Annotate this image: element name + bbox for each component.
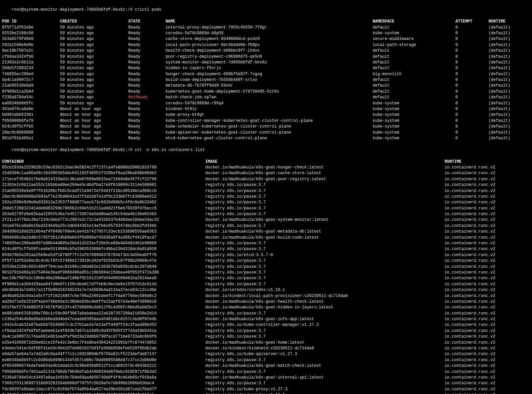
table-cell: cf6daa3424fb6 [2,54,60,60]
header-created: CREATED [60,19,128,24]
table-row: 292a1596e9d9e9e032612e23537f680077aacb73… [2,200,530,205]
table-cell: ef654906674bdafeb034a4b1ddab2c3c90e838d0… [2,363,205,369]
table-row: ea6034bb6b5fc59 minutes agoReadycoredns-… [2,101,530,106]
table-row: f4c99297a9dabc1dacc071c0169ef074a05b4da6… [2,387,530,392]
table-cell: 59 minutes ago [60,95,128,100]
table-cell: (default) [488,31,530,36]
table-cell: 15d8398c1aa86a68c1043063d5ddc641193f4055… [2,170,205,176]
table-cell: io.containerd.runc.v2 [445,322,530,328]
table-cell: io.containerd.runc.v2 [445,211,530,217]
table-cell: default [373,89,456,95]
table-row: 981d701b466a1b75464e3badf9866496a051c18b… [2,270,530,276]
table-cell: ad28d71e5b2518f4ab474bbb5e2c38b6e93bc9e6… [2,299,205,305]
table-cell: registry.k8s.io/pause:3.7 [205,328,445,334]
table-cell: (default) [488,106,530,112]
table-row: 824cd9f5cffb5About an hour agoReadykube-… [2,124,530,130]
table-cell: io.containerd.runc.v2 [445,206,530,211]
table-cell: 0 [456,54,489,60]
table-row: ea6034bb6b5fc2c0d86db89901434fd57cd08c78… [2,357,530,363]
table-cell: 0 [456,130,489,136]
table-cell: Ready [128,60,166,65]
table-cell: Ready [128,124,166,130]
table-cell: 59 minutes ago [60,25,128,31]
table-cell: 746855ec290ede897a98b44d005e2bb41d322acf… [2,241,205,246]
table-cell: io.containerd.runc.v2 [445,357,530,363]
table-cell: (default) [488,124,530,130]
table-cell: (default) [488,77,530,83]
table-cell: ea6034bb6b5fc2c0d86db89901434fd57cd08c78… [2,357,205,363]
table-cell: Ready [128,77,166,83]
table-row: a640a852dc04ale5cf71f28216867c6e799a2269… [2,293,530,299]
table-cell: docker.io/madhuakula/k8s-goat-batch-chec… [205,363,445,369]
table-row: 746855ec290ede897a98b44d005e2bb41d322acf… [2,241,530,246]
table-cell: Ready [128,83,166,89]
table-cell: (default) [488,118,530,124]
table-cell: docker.io/madhuakula/k8s-goat-system-mon… [205,217,445,223]
table-cell: registry.k8s.io/kube-controller-manager:… [205,322,445,328]
command-line-2: root@system-monitor-deployment-7d665b6fd… [2,141,530,159]
table-cell: 2b3a8279fd9e02baa3295fb36a7e45173367da5d… [2,211,205,217]
containers-table: CONTAINER IMAGE RUNTIME 05cb193da1529628… [2,159,530,394]
table-row: 28ec9c0b69098a5603af7e235d0641e37f3d1b07… [2,194,530,200]
table-cell: a0c86db3a7d4817a11f5b90d18248243a7e7e556… [2,287,205,293]
table-cell: 59 minutes ago [60,36,128,42]
table-row: ad28d71e5b2518f4ab474bbb5e2c38b6e93bc9e6… [2,299,530,305]
table-row: 2f21c14770dc20a7219c8eb4772c2987e2c72c1e… [2,217,530,223]
table-cell: kube-system [373,112,456,118]
table-row: 9ac10b7507e2c19b0c40a288daaf1d6bf9219121… [2,276,530,281]
table-row: ef654906674bdafeb034a4b1ddab2c3c90e838d0… [2,363,530,369]
table-cell: (default) [488,36,530,42]
table-cell: secure-middleware [373,36,456,42]
table-cell: b51f8ef27646003f874576f6622fc45700909a3d… [2,305,205,310]
table-cell: kindnet-6t6lz [166,106,373,112]
table-cell: (default) [488,83,530,89]
table-cell: 21392e2c6b12aa552c1b5bbad0ee294ee5cdbdfb… [2,182,205,188]
table-cell: docker.io/kindest/local-path-provisioner… [205,293,445,299]
table-row: 28ec9c0b69098About an hour agoReadykube-… [2,130,530,136]
table-cell: cache-store-deployment-8549686dcd-pzdz9 [166,36,373,42]
table-cell: io.containerd.runc.v2 [445,311,530,316]
table-cell: io.containerd.runc.v2 [445,392,530,394]
pods-table-header: POD ID CREATED STATE NAME NAMESPACE ATTE… [2,19,530,24]
header-namespace: NAMESPACE [373,19,456,24]
table-cell: e6da57ae84a7a7dd2a0c9aa94f77c1c1691900db… [2,351,205,357]
table-cell: 9253be2186c083c896f764ceac81b96ccb0dd62e… [2,264,205,270]
table-cell: 59 minutes ago [60,77,128,83]
table-cell: (default) [488,112,530,118]
table-row: f238a8784e54c59 minutes agoNotReadybatch… [2,95,530,100]
table-cell: Ready [128,106,166,112]
table-cell: io.containerd.runc.v2 [445,217,530,223]
table-row: bb991dbb53381About an hour agoReadykube-… [2,112,530,118]
table-cell: 9ac10b7507e2c19b0c40a288daaf1d6bf9219121… [2,276,205,281]
table-cell: io.containerd.runc.v2 [445,194,530,200]
table-cell: kube-scheduler-kubernetes-goat-cluster-c… [166,124,373,130]
table-cell: (default) [488,65,530,71]
table-cell: hunger-check-deployment-689bf5d97f-7xgxg [166,71,373,77]
table-cell: (default) [488,89,530,95]
table-cell: Ready [128,25,166,31]
table-row: fc29450e616363ec6ca4094616c36dd124289e1f… [2,392,530,394]
table-cell: io.containerd.runc.v2 [445,264,530,270]
table-cell: 2b0d1f2603234 [2,65,60,71]
table-cell: 9f909d1ca2b6429aea847d9e6fc159cdba817dff… [2,282,205,287]
table-row: e25e41050672d2be02ce15fe42c3e6bc7f4a9ba4… [2,340,530,346]
table-cell: (default) [488,136,530,141]
table-cell: 0 [456,60,489,65]
table-cell: 893d79b5a291aa25b8ea5df18708f7fc2afb7899… [2,252,205,258]
table-cell: 0 [456,31,489,36]
table-cell: default [373,65,456,71]
table-cell: 59 minutes ago [60,71,128,77]
prompt-2: root@system-monitor-deployment-7d665b6fd… [12,148,205,152]
table-cell: default [373,48,456,54]
table-cell: 59 minutes ago [60,42,128,48]
table-row: 8f5f71df62e8ec8c4c9c70fc57486d173919cd42… [2,258,530,264]
table-cell: registry.k8s.io/pause:3.7 [205,357,445,363]
table-cell: registry.k8s.io/pause:3.7 [205,334,445,340]
table-row: 21392e2c6b12aa552c1b5bbad0ee294ee5cdbdfb… [2,182,530,188]
table-cell: io.containerd.runc.v2 [445,170,530,176]
table-cell: (default) [488,130,530,136]
table-cell: registry.k8s.io/pause:3.7 [205,223,445,229]
table-cell: io.containerd.runc.v2 [445,363,530,369]
table-cell: e25e41050672d2be02ce15fe42c3e6bc7f4a9ba4… [2,340,205,346]
table-row: a0c86db3a7d4817a11f5b90d18248243a7e7e556… [2,287,530,293]
